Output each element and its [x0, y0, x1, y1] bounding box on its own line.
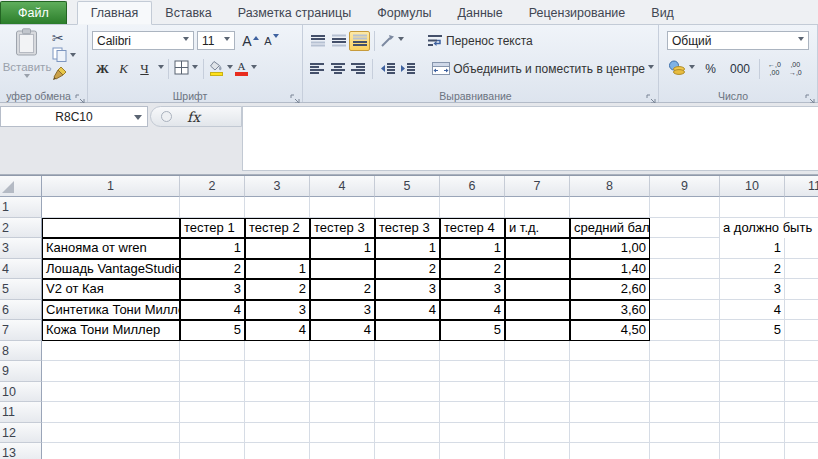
align-top-button[interactable]	[307, 31, 328, 51]
paste-button[interactable]: Вставить	[4, 28, 50, 88]
cell-r10c5[interactable]	[375, 382, 440, 403]
tab-view[interactable]: Вид	[638, 2, 687, 24]
wrap-text-button[interactable]: Перенос текста	[427, 34, 533, 48]
product-name-r4[interactable]: Лошадь VantageStudio	[42, 259, 180, 280]
row-header-5[interactable]: 5	[0, 279, 42, 300]
cell-r12c11[interactable]	[785, 423, 818, 444]
fill-color-button[interactable]	[208, 59, 234, 79]
row-header-10[interactable]: 10	[0, 382, 42, 403]
cell-r1c5[interactable]	[375, 197, 440, 218]
column-header-3[interactable]: 3	[245, 176, 310, 197]
cell-r9c4[interactable]	[310, 361, 375, 382]
tester-header-4[interactable]: тестер 3	[375, 218, 440, 239]
merge-center-button[interactable]: Объединить и поместить в центре	[432, 62, 654, 76]
average-r4[interactable]: 1,40	[570, 259, 650, 280]
cell-r10c1[interactable]	[42, 382, 180, 403]
cell-r12c6[interactable]	[440, 423, 505, 444]
cell-r8c2[interactable]	[180, 341, 245, 362]
cell-r12c5[interactable]	[375, 423, 440, 444]
align-bottom-button[interactable]	[349, 31, 370, 51]
cell-r11c11[interactable]	[785, 402, 818, 423]
name-box[interactable]: R8C10	[0, 106, 148, 127]
formula-expand-button[interactable]	[161, 111, 172, 122]
cell-r9c1[interactable]	[42, 361, 180, 382]
cell-r9c7[interactable]	[505, 361, 570, 382]
expected-r4[interactable]: 2	[720, 259, 785, 280]
underline-button[interactable]: Ч	[134, 59, 155, 79]
increase-indent-button[interactable]	[398, 59, 418, 79]
column-header-10[interactable]: 10	[720, 176, 785, 197]
column-header-5[interactable]: 5	[375, 176, 440, 197]
copy-button[interactable]	[51, 47, 77, 66]
cell-r9c9[interactable]	[650, 361, 720, 382]
orientation-button[interactable]	[379, 31, 405, 51]
product-name-r5[interactable]: V2 от Кая	[42, 279, 180, 300]
cell-r10c7[interactable]	[505, 382, 570, 403]
align-middle-button[interactable]	[328, 31, 349, 51]
cell-r11c7[interactable]	[505, 402, 570, 423]
expected-r7[interactable]: 5	[720, 320, 785, 341]
row-header-13[interactable]: 13	[0, 443, 42, 459]
cell-r8c6[interactable]	[440, 341, 505, 362]
cell-r10c2[interactable]	[180, 382, 245, 403]
cell-r1c9[interactable]	[650, 197, 720, 218]
cell-r8c7[interactable]	[505, 341, 570, 362]
cell-r2c9[interactable]	[650, 218, 720, 239]
expected-r6[interactable]: 4	[720, 300, 785, 321]
percent-style-button[interactable]: %	[696, 59, 725, 79]
borders-button[interactable]	[173, 59, 199, 79]
cell-r8c8[interactable]	[570, 341, 650, 362]
cell-r10c8[interactable]	[570, 382, 650, 403]
average-r6[interactable]: 3,60	[570, 300, 650, 321]
tab-formulas[interactable]: Формулы	[364, 2, 444, 24]
score-r6c3[interactable]: 3	[245, 300, 310, 321]
column-header-6[interactable]: 6	[440, 176, 505, 197]
score-r3c2[interactable]: 1	[180, 238, 245, 259]
score-r5c6[interactable]: 3	[440, 279, 505, 300]
score-r4c2[interactable]: 2	[180, 259, 245, 280]
cell-r13c1[interactable]	[42, 443, 180, 459]
cell-r10c3[interactable]	[245, 382, 310, 403]
cell-r11c9[interactable]	[650, 402, 720, 423]
tab-data[interactable]: Данные	[445, 2, 516, 24]
cell-r9c10[interactable]	[720, 361, 785, 382]
tab-page-layout[interactable]: Разметка страницы	[225, 2, 364, 24]
cell-r13c3[interactable]	[245, 443, 310, 459]
score-r7c6[interactable]: 5	[440, 320, 505, 341]
cell-r13c9[interactable]	[650, 443, 720, 459]
score-r3c4[interactable]: 1	[310, 238, 375, 259]
cell-r12c4[interactable]	[310, 423, 375, 444]
cell-r1c2[interactable]	[180, 197, 245, 218]
comma-style-button[interactable]: 000	[725, 59, 755, 79]
cell-r10c11[interactable]	[785, 382, 818, 403]
score-r7c2[interactable]: 5	[180, 320, 245, 341]
row-header-4[interactable]: 4	[0, 259, 42, 280]
cell-r9c11[interactable]	[785, 361, 818, 382]
score-r4c3[interactable]: 1	[245, 259, 310, 280]
score-r6c2[interactable]: 4	[180, 300, 245, 321]
score-r7c5[interactable]	[375, 320, 440, 341]
cell-r8c3[interactable]	[245, 341, 310, 362]
shrink-font-button[interactable]: А	[261, 31, 282, 51]
average-r7[interactable]: 4,50	[570, 320, 650, 341]
score-r5c2[interactable]: 3	[180, 279, 245, 300]
product-name-r3[interactable]: Канояма от wren	[42, 238, 180, 259]
score-r5c5[interactable]: 3	[375, 279, 440, 300]
formula-input[interactable]	[242, 106, 818, 171]
format-painter-button[interactable]	[51, 66, 77, 85]
italic-button[interactable]: К	[113, 59, 134, 79]
average-r5[interactable]: 2,60	[570, 279, 650, 300]
font-color-button[interactable]: А	[234, 59, 258, 79]
score-r4c5[interactable]: 2	[375, 259, 440, 280]
score-r7c3[interactable]: 4	[245, 320, 310, 341]
alignment-dialog-launcher[interactable]	[646, 90, 656, 100]
score-r3c3[interactable]	[245, 238, 310, 259]
row-header-8[interactable]: 8	[0, 341, 42, 362]
row-header-2[interactable]: 2	[0, 218, 42, 239]
decrease-indent-button[interactable]	[377, 59, 397, 79]
cell-r1c4[interactable]	[310, 197, 375, 218]
score-r5c3[interactable]: 2	[245, 279, 310, 300]
tab-review[interactable]: Рецензирование	[516, 2, 639, 24]
cell-r12c2[interactable]	[180, 423, 245, 444]
cell-r4c11[interactable]	[785, 259, 818, 280]
